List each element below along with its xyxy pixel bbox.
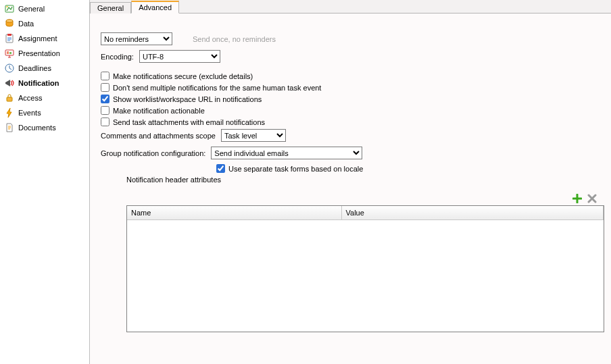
sidebar-item-label: Assignment [18, 34, 57, 43]
sidebar-item-deadlines[interactable]: Deadlines [0, 61, 89, 76]
svg-point-3 [6, 20, 13, 22]
svg-rect-8 [9, 52, 11, 54]
table-col-name[interactable]: Name [127, 206, 341, 220]
megaphone-icon [4, 78, 15, 88]
lock-icon [4, 93, 15, 103]
checkbox-nodup-label: Don't send multiple notifications for th… [113, 84, 321, 92]
checkbox-locale-forms-label: Use separate task forms based on locale [228, 165, 363, 173]
checkbox-attachments-label: Send task attachments with email notific… [113, 118, 265, 126]
main-panel: General Advanced No reminders Send once,… [90, 0, 611, 364]
sidebar-item-label: Events [18, 109, 41, 117]
lightning-icon [4, 107, 15, 118]
tab-general[interactable]: General [90, 2, 131, 14]
sidebar: General Data Assignment Presentation Dea… [0, 0, 90, 364]
scope-select[interactable]: Task level [221, 129, 286, 142]
group-config-select[interactable]: Send individual emails [211, 147, 362, 159]
sidebar-item-label: Data [18, 20, 34, 28]
tab-content-advanced: No reminders Send once, no reminders Enc… [90, 14, 611, 364]
checkbox-attachments[interactable] [101, 118, 109, 126]
checkbox-secure-label: Make notifications secure (exclude detai… [113, 72, 253, 80]
svg-point-1 [7, 6, 8, 7]
sidebar-item-assignment[interactable]: Assignment [0, 31, 89, 46]
sidebar-item-general[interactable]: General [0, 1, 89, 16]
sidebar-item-data[interactable]: Data [0, 16, 89, 31]
table-toolbar [101, 193, 604, 204]
encoding-label: Encoding: [101, 53, 134, 61]
sidebar-item-label: Deadlines [18, 64, 51, 72]
assignment-icon [4, 33, 15, 44]
reminders-select[interactable]: No reminders [101, 32, 172, 45]
sidebar-item-events[interactable]: Events [0, 105, 89, 120]
checkbox-secure[interactable] [101, 72, 109, 80]
table-col-value[interactable]: Value [341, 206, 603, 220]
data-icon [4, 18, 15, 29]
checkbox-nodup[interactable] [101, 83, 109, 92]
checkbox-show-url-label: Show worklist/workspace URL in notificat… [113, 95, 262, 103]
svg-rect-5 [7, 34, 11, 36]
sidebar-item-label: Documents [18, 124, 56, 132]
delete-icon[interactable] [587, 193, 597, 204]
sidebar-item-label: Notification [18, 79, 59, 87]
sidebar-item-label: Presentation [18, 49, 60, 57]
svg-rect-7 [7, 51, 9, 54]
scope-label: Comments and attachments scope [101, 132, 216, 140]
checkbox-show-url[interactable] [101, 95, 109, 103]
sidebar-item-access[interactable]: Access [0, 90, 89, 105]
sidebar-item-label: General [18, 5, 45, 13]
tab-row: General Advanced [90, 0, 611, 14]
sidebar-item-presentation[interactable]: Presentation [0, 46, 89, 61]
sidebar-item-documents[interactable]: Documents [0, 120, 89, 135]
header-attrs-label: Notification header attributes [126, 176, 604, 184]
svg-rect-10 [7, 97, 12, 101]
general-icon [4, 3, 15, 14]
checkbox-actionable[interactable] [101, 106, 109, 115]
encoding-select[interactable]: UTF-8 [139, 50, 220, 63]
sidebar-item-label: Access [18, 94, 42, 102]
reminders-hint: Send once, no reminders [193, 35, 276, 43]
checkbox-actionable-label: Make notification actionable [113, 107, 205, 115]
app-root: General Data Assignment Presentation Dea… [0, 0, 611, 364]
tab-advanced[interactable]: Advanced [131, 1, 179, 14]
presentation-icon [4, 48, 15, 59]
checkbox-locale-forms[interactable] [216, 164, 225, 173]
sidebar-item-notification[interactable]: Notification [0, 76, 89, 90]
header-attrs-table: Name Value [126, 205, 604, 332]
clock-icon [4, 63, 15, 74]
add-icon[interactable] [572, 193, 583, 204]
document-icon [4, 122, 15, 133]
group-config-label: Group notification configuration: [101, 149, 205, 157]
